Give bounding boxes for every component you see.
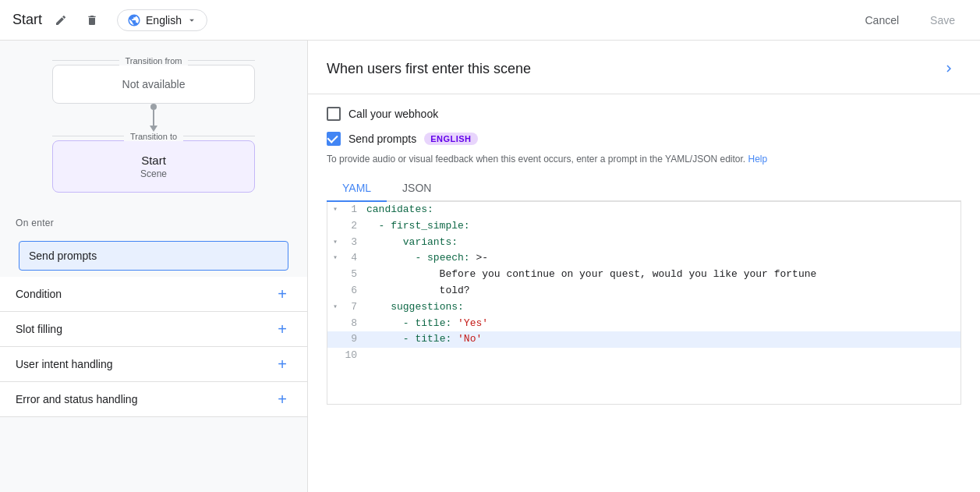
tab-json[interactable]: JSON [387, 175, 447, 202]
language-badge: ENGLISH [424, 133, 477, 145]
fold-gutter [327, 283, 343, 285]
code-line-7: ▾7 suggestions: [327, 299, 961, 316]
line-content: variants: [366, 235, 961, 251]
line-number: 8 [343, 316, 366, 332]
line-number: 10 [343, 348, 366, 364]
transition-from-label: Transition from [119, 56, 189, 65]
edit-button[interactable] [48, 8, 73, 33]
code-line-5: 5 Before you continue on your quest, wou… [327, 267, 961, 283]
line-content: - title: 'No' [366, 331, 961, 348]
line-content: suggestions: [366, 299, 961, 316]
tab-bar: YAML JSON [327, 175, 961, 202]
slot-filling-add-button[interactable]: + [273, 320, 292, 338]
cancel-button[interactable]: Cancel [852, 8, 911, 33]
expand-button[interactable] [936, 56, 961, 81]
language-label: English [146, 14, 182, 27]
line-content: - speech: >- [366, 250, 961, 267]
code-line-2: 2 - first_simple: [327, 218, 961, 235]
start-node-title: Start [65, 154, 242, 167]
line-content: - first_simple: [366, 218, 961, 235]
line-number: 2 [343, 218, 366, 235]
line-content: - title: 'Yes' [366, 316, 961, 332]
fold-gutter[interactable]: ▾ [327, 235, 343, 249]
fold-gutter[interactable]: ▾ [327, 299, 343, 313]
condition-add-button[interactable]: + [273, 285, 292, 303]
line-content: candidates: [366, 202, 961, 218]
right-panel-header: When users first enter this scene [308, 41, 980, 94]
not-available-node[interactable]: Not available [52, 65, 255, 104]
help-link[interactable]: Help [748, 154, 768, 165]
main-layout: Transition from Not available Transition… [0, 41, 980, 492]
code-line-6: 6 told? [327, 283, 961, 299]
user-intent-section[interactable]: User intent handling + [0, 347, 307, 382]
code-editor[interactable]: ▾1candidates: 2 - first_simple:▾3 varian… [327, 202, 961, 405]
line-number: 7 [343, 299, 366, 316]
line-content: Before you continue on your quest, would… [366, 267, 961, 283]
plus-icon-4: + [278, 391, 287, 409]
error-status-add-button[interactable]: + [273, 390, 292, 409]
error-status-label: Error and status handling [16, 393, 137, 405]
header: Start English Cancel Save [0, 0, 980, 41]
help-text: To provide audio or visual feedback when… [327, 152, 961, 166]
flow-diagram: Transition from Not available Transition… [0, 41, 307, 208]
send-prompts-item[interactable]: Send prompts [19, 241, 288, 271]
right-panel-title: When users first enter this scene [327, 61, 936, 77]
language-button[interactable]: English [117, 9, 207, 31]
line-content: told? [366, 283, 961, 299]
line-number: 5 [343, 267, 366, 283]
code-line-4: ▾4 - speech: >- [327, 250, 961, 267]
error-status-section[interactable]: Error and status handling + [0, 382, 307, 417]
page-title: Start [12, 12, 42, 28]
code-line-10: 10 [327, 348, 961, 364]
code-line-8: 8 - title: 'Yes' [327, 316, 961, 332]
edit-icon [55, 14, 67, 27]
send-prompts-option-label: Send prompts [348, 133, 416, 145]
webhook-row: Call your webhook [327, 107, 961, 121]
expand-icon [942, 62, 956, 76]
left-panel: Transition from Not available Transition… [0, 41, 308, 492]
connector-line [153, 110, 154, 126]
webhook-checkbox[interactable] [327, 107, 341, 121]
condition-section[interactable]: Condition + [0, 277, 307, 312]
save-button[interactable]: Save [918, 8, 968, 33]
fold-gutter [327, 218, 343, 220]
transition-to-wrapper: Transition to Start Scene [52, 132, 255, 193]
code-line-3: ▾3 variants: [327, 235, 961, 251]
globe-icon [127, 13, 141, 27]
line-number: 1 [343, 202, 366, 218]
condition-label: Condition [16, 288, 62, 300]
webhook-label: Call your webhook [348, 108, 438, 120]
send-prompts-checkbox[interactable] [327, 132, 341, 146]
transition-to-label: Transition to [124, 132, 183, 141]
send-prompts-row: Send prompts ENGLISH [327, 132, 961, 146]
plus-icon-3: + [278, 356, 287, 373]
line-number: 3 [343, 235, 366, 251]
connector-arrow [150, 126, 157, 132]
fold-gutter [327, 316, 343, 317]
user-intent-label: User intent handling [16, 358, 113, 370]
fold-gutter [327, 348, 343, 349]
plus-icon-2: + [278, 320, 287, 338]
on-enter-header: On enter [0, 208, 307, 235]
fold-gutter[interactable]: ▾ [327, 250, 343, 264]
fold-gutter[interactable]: ▾ [327, 202, 343, 216]
line-number: 9 [343, 331, 366, 348]
fold-gutter [327, 267, 343, 268]
send-prompts-label: Send prompts [29, 250, 97, 262]
user-intent-add-button[interactable]: + [273, 355, 292, 373]
delete-icon [86, 14, 98, 27]
transition-from-wrapper: Transition from Not available [52, 56, 255, 132]
line-number: 4 [343, 250, 366, 267]
connector-dot [150, 104, 157, 110]
send-prompts-wrapper: Send prompts [0, 235, 307, 277]
delete-button[interactable] [80, 8, 104, 33]
not-available-label: Not available [122, 78, 186, 90]
tab-yaml[interactable]: YAML [327, 175, 387, 202]
start-node-subtitle: Scene [65, 168, 242, 179]
slot-filling-section[interactable]: Slot filling + [0, 312, 307, 347]
help-text-content: To provide audio or visual feedback when… [327, 154, 745, 165]
start-node[interactable]: Start Scene [52, 140, 255, 193]
chevron-down-icon [186, 15, 197, 26]
fold-gutter [327, 331, 343, 333]
right-panel: When users first enter this scene Call y… [308, 41, 980, 492]
